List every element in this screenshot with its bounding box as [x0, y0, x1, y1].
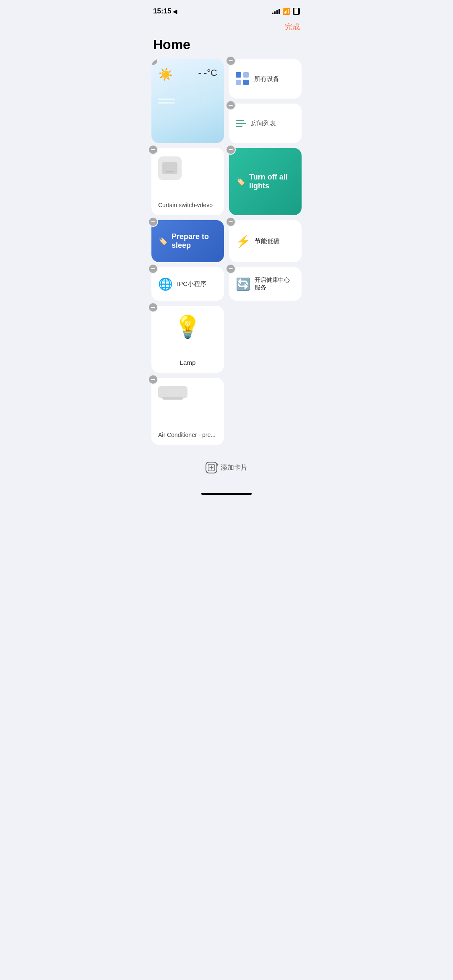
remove-turn-off-button[interactable]	[226, 145, 236, 155]
lamp-card[interactable]: 💡 Lamp	[151, 306, 224, 373]
remove-all-devices-button[interactable]	[226, 56, 236, 66]
health-label: 开启健康中心服务	[255, 276, 295, 291]
status-time: 15:15 ◀	[153, 7, 177, 16]
room-list-icon	[236, 120, 246, 127]
lamp-label: Lamp	[180, 359, 196, 366]
remove-lamp-button[interactable]	[148, 302, 158, 312]
status-icons: 📶 ▉	[272, 8, 300, 15]
signal-icon	[272, 8, 280, 14]
done-button[interactable]: 完成	[285, 22, 300, 32]
status-bar: 15:15 ◀ 📶 ▉	[145, 0, 308, 20]
all-devices-label: 所有设备	[254, 75, 279, 83]
add-icon-svg	[208, 464, 215, 471]
weather-decoration	[158, 99, 217, 104]
ac-card[interactable]: Air Conditioner - pre...	[151, 378, 224, 445]
page-title: Home	[145, 35, 308, 59]
location-icon: ◀	[173, 8, 177, 15]
curtain-device-icon	[158, 156, 182, 180]
ac-label: Air Conditioner - pre...	[158, 432, 216, 438]
all-devices-icon	[236, 72, 249, 86]
remove-energy-button[interactable]	[226, 217, 236, 227]
turn-off-lights-card[interactable]: 🏷️ Turn off all lights	[229, 148, 302, 215]
header: 完成	[145, 20, 308, 35]
room-list-card[interactable]: 房间列表	[229, 104, 302, 143]
battery-icon: ▉	[293, 8, 300, 15]
home-bar	[201, 493, 252, 495]
add-card-section[interactable]: 添加卡片	[145, 445, 308, 486]
add-card-label: 添加卡片	[221, 463, 247, 472]
temperature-display: - -°C	[198, 68, 217, 78]
remove-curtain-button[interactable]	[148, 145, 158, 155]
weather-card[interactable]: ☀️ - -°C	[151, 59, 224, 143]
curtain-switch-label: Curtain switch-vdevo	[158, 202, 213, 208]
home-indicator	[145, 486, 308, 498]
room-list-label: 房间列表	[251, 120, 276, 127]
time-display: 15:15	[153, 7, 171, 16]
remove-prepare-sleep-button[interactable]	[148, 217, 158, 227]
ipc-label: IPC小程序	[177, 280, 206, 288]
remove-room-list-button[interactable]	[226, 100, 236, 110]
ipc-card[interactable]: 🌐 IPC小程序	[151, 267, 224, 301]
energy-icon: ⚡	[236, 234, 250, 248]
health-card[interactable]: 🔄 开启健康中心服务	[229, 267, 302, 301]
remove-ipc-button[interactable]	[148, 264, 158, 274]
remove-weather-button[interactable]	[151, 59, 158, 66]
sun-icon: ☀️	[158, 68, 173, 81]
all-devices-card[interactable]: 所有设备	[229, 59, 302, 99]
tag-icon-turn-off: 🏷️	[236, 177, 245, 186]
curtain-switch-card[interactable]: Curtain switch-vdevo	[151, 148, 224, 215]
ac-device-icon	[158, 386, 187, 398]
prepare-sleep-card[interactable]: 🏷️ Prepare to sleep	[151, 220, 224, 262]
ipc-icon: 🌐	[158, 277, 173, 291]
tag-icon-sleep: 🏷️	[158, 237, 167, 246]
remove-health-button[interactable]	[226, 264, 236, 274]
add-card-icon	[206, 462, 217, 473]
energy-label: 节能低碳	[255, 237, 280, 245]
lamp-icon: 💡	[174, 314, 201, 340]
energy-card[interactable]: ⚡ 节能低碳	[229, 220, 302, 262]
wifi-icon: 📶	[282, 8, 290, 15]
health-icon: 🔄	[236, 277, 250, 291]
card-grid: ☀️ - -°C 所有设备 房间列表 Cur	[145, 59, 308, 445]
turn-off-lights-label: Turn off all lights	[249, 173, 295, 190]
prepare-sleep-label: Prepare to sleep	[172, 232, 217, 250]
remove-ac-button[interactable]	[148, 374, 158, 385]
